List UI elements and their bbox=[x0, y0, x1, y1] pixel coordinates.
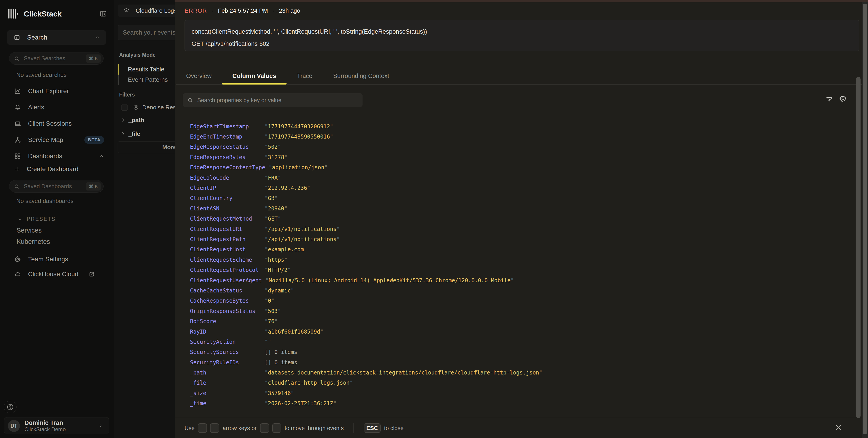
property-row[interactable]: ClientRequestScheme https bbox=[190, 255, 841, 265]
detail-tab[interactable]: Trace bbox=[286, 68, 323, 84]
property-row[interactable]: EdgeResponseStatus 502 bbox=[190, 142, 841, 152]
nav-item-icon bbox=[14, 88, 21, 95]
user-menu[interactable]: DT Dominic Tran ClickStack Demo bbox=[4, 417, 109, 434]
property-row[interactable]: ClientRequestHost example.com bbox=[190, 244, 841, 255]
help-button[interactable] bbox=[4, 401, 17, 413]
property-row[interactable]: _path datasets-documentation/clickstack-… bbox=[190, 368, 841, 378]
property-value: 0 items bbox=[265, 359, 298, 366]
property-key: EdgeColoCode bbox=[190, 175, 261, 181]
property-key: ClientRequestProtocol bbox=[190, 267, 261, 273]
property-search-box[interactable] bbox=[183, 93, 363, 107]
property-row[interactable]: ClientRequestUserAgent Mozilla/5.0 (Linu… bbox=[190, 275, 841, 285]
property-value: Mozilla/5.0 (Linux; Android 14) AppleWeb… bbox=[266, 277, 514, 283]
property-row[interactable]: SecuritySources 0 items bbox=[190, 347, 841, 357]
property-value: datasets-documentation/clickstack-integr… bbox=[265, 370, 542, 376]
avatar: DT bbox=[8, 420, 20, 432]
property-value: 502 bbox=[265, 144, 281, 150]
property-search-field[interactable] bbox=[197, 97, 358, 104]
detail-tab[interactable]: Surrounding Context bbox=[323, 68, 400, 84]
property-row[interactable]: SecurityRuleIDs 0 items bbox=[190, 357, 841, 368]
sidebar-nav-item[interactable]: Chart Explorer bbox=[0, 86, 114, 96]
property-row[interactable]: ClientIP 212.92.4.236 bbox=[190, 183, 841, 193]
property-row[interactable]: EdgeStartTimestamp 1771977444703206912 bbox=[190, 121, 841, 132]
property-row[interactable]: ClientASN 20940 bbox=[190, 203, 841, 213]
property-row[interactable]: EdgeResponseBytes 31278 bbox=[190, 152, 841, 162]
sidebar-nav-item[interactable]: Dashboards bbox=[0, 151, 114, 161]
property-row[interactable]: EdgeColoCode FRA bbox=[190, 173, 841, 183]
property-value: 503 bbox=[265, 308, 281, 314]
property-row[interactable]: ClientRequestURI /api/v1/notifications bbox=[190, 224, 841, 234]
saved-searches-field[interactable] bbox=[23, 55, 86, 62]
property-key: EdgeStartTimestamp bbox=[190, 124, 261, 130]
filter-group[interactable]: _path bbox=[120, 116, 144, 124]
saved-dashboards-field[interactable] bbox=[23, 183, 86, 190]
collapse-sidebar-icon[interactable] bbox=[99, 10, 107, 18]
preset-item[interactable]: Services bbox=[0, 225, 114, 236]
property-row[interactable]: _size 3579146 bbox=[190, 388, 841, 398]
property-value: /api/v1/notifications bbox=[265, 226, 340, 232]
detail-tab[interactable]: Column Values bbox=[222, 68, 287, 84]
property-value: /api/v1/notifications bbox=[265, 236, 340, 242]
denoise-checkbox[interactable] bbox=[121, 104, 128, 111]
property-row[interactable]: CacheResponseBytes 0 bbox=[190, 296, 841, 306]
property-key: ClientRequestMethod bbox=[190, 215, 261, 222]
property-value: 1771977448590550016 bbox=[265, 134, 333, 140]
shortcut-badge: ⌘ K bbox=[86, 55, 101, 63]
filter-lines-icon[interactable] bbox=[825, 95, 833, 103]
property-row[interactable]: CacheCacheStatus dynamic bbox=[190, 285, 841, 296]
property-row[interactable]: ClientRequestPath /api/v1/notifications bbox=[190, 234, 841, 244]
background-row-strip bbox=[175, 0, 868, 2]
chevron-right-icon bbox=[98, 423, 103, 429]
chevron-up-icon[interactable] bbox=[98, 153, 104, 159]
chevron-up-icon[interactable] bbox=[95, 35, 100, 40]
saved-searches-input[interactable]: ⌘ K bbox=[9, 52, 103, 65]
gear-icon[interactable] bbox=[839, 95, 847, 103]
property-key: ClientASN bbox=[190, 205, 261, 212]
property-value: example.com bbox=[265, 246, 307, 253]
sidebar-nav-item[interactable]: Service Map BETA bbox=[0, 135, 114, 145]
preset-item[interactable]: Kubernetes bbox=[0, 236, 114, 247]
property-row[interactable]: SecurityAction bbox=[190, 337, 841, 347]
detail-tabs: Overview Column Values Trace Surrounding… bbox=[176, 68, 868, 85]
source-name: Cloudflare Logs bbox=[136, 7, 177, 14]
shortcut-badge: ⌘ K bbox=[86, 182, 101, 191]
property-row[interactable]: EdgeResponseContentType application/json bbox=[190, 163, 841, 173]
panel-scrollbar-thumb[interactable] bbox=[856, 77, 861, 418]
logo-row: ClickStack bbox=[8, 8, 107, 20]
property-key: ClientRequestUserAgent bbox=[190, 277, 262, 283]
sidebar-nav-item[interactable]: Client Sessions bbox=[0, 119, 114, 129]
property-row[interactable]: _file cloudflare-http-logs.json bbox=[190, 378, 841, 388]
property-value: 2026-02-25T21:36:21Z bbox=[265, 400, 337, 407]
saved-dashboards-input[interactable]: ⌘ K bbox=[9, 180, 103, 193]
property-row[interactable]: ClientRequestProtocol HTTP/2 bbox=[190, 265, 841, 275]
sidebar-item-search[interactable]: Search bbox=[7, 30, 106, 45]
detail-tab[interactable]: Overview bbox=[176, 68, 222, 84]
close-icon[interactable] bbox=[835, 424, 843, 432]
property-row[interactable]: OriginResponseStatus 503 bbox=[190, 306, 841, 316]
property-key: ClientRequestScheme bbox=[190, 257, 261, 263]
property-key: EdgeResponseContentType bbox=[190, 164, 265, 171]
sidebar-nav-item[interactable]: Alerts bbox=[0, 102, 114, 112]
property-row[interactable]: EdgeEndTimestamp 1771977448590550016 bbox=[190, 132, 841, 142]
property-value: GB bbox=[265, 195, 278, 201]
property-row[interactable]: BotScore 76 bbox=[190, 316, 841, 326]
property-value: 3579146 bbox=[265, 390, 294, 396]
clickstack-app: ClickStack Search ⌘ K No saved searches bbox=[0, 0, 868, 438]
property-list: EdgeStartTimestamp 1771977444703206912 E… bbox=[190, 121, 841, 409]
sidebar-nav-item[interactable]: Team Settings bbox=[0, 254, 114, 264]
property-row[interactable]: ClientRequestMethod GET bbox=[190, 214, 841, 224]
footer-arrows-text: arrow keys or bbox=[222, 425, 256, 432]
sidebar-nav-item[interactable]: ClickHouse Cloud bbox=[0, 269, 114, 279]
property-row[interactable]: RayID a1b6f601f168509d bbox=[190, 327, 841, 337]
create-dashboard-button[interactable]: Create Dashboard bbox=[14, 164, 79, 174]
filter-group[interactable]: _file bbox=[120, 130, 140, 138]
preset-label: Kubernetes bbox=[17, 238, 50, 245]
presets-section[interactable]: PRESETS bbox=[17, 216, 56, 222]
property-row[interactable]: _time 2026-02-25T21:36:21Z bbox=[190, 399, 841, 409]
page-scrollbar-thumb[interactable] bbox=[863, 4, 867, 434]
property-value: application/json bbox=[269, 164, 328, 171]
sidebar: ClickStack Search ⌘ K No saved searches bbox=[0, 0, 115, 438]
nav-item-label: Dashboards bbox=[28, 153, 62, 160]
property-row[interactable]: ClientCountry GB bbox=[190, 193, 841, 203]
nav-item-icon bbox=[14, 104, 21, 111]
